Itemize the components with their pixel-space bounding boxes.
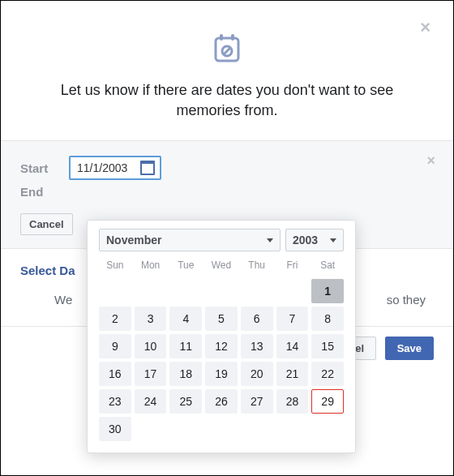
- calendar-day[interactable]: 17: [135, 362, 167, 386]
- calendar-day[interactable]: 1: [311, 279, 344, 303]
- calendar-day[interactable]: 7: [276, 307, 309, 331]
- calendar-day[interactable]: 25: [169, 389, 202, 414]
- calendar-day[interactable]: 5: [205, 307, 238, 331]
- calendar-day[interactable]: 18: [169, 362, 202, 386]
- select-dates-link[interactable]: Select Da: [20, 264, 75, 277]
- calendar-day[interactable]: 10: [135, 334, 167, 358]
- month-select-label: November: [106, 234, 161, 247]
- memories-date-filter-modal: × Let us know if there are dates you don…: [0, 0, 454, 476]
- calendar-grid: SunMonTueWedThuFriSat1234567891011121314…: [99, 256, 344, 441]
- calendar-day[interactable]: 20: [241, 362, 273, 386]
- calendar-dow-header: Sat: [311, 256, 344, 276]
- calendar-day[interactable]: 19: [205, 362, 238, 386]
- calendar-day[interactable]: 6: [241, 307, 273, 331]
- modal-header: Let us know if there are dates you don't…: [1, 1, 453, 140]
- calendar-dow-header: Mon: [135, 256, 167, 276]
- calendar-day[interactable]: 4: [169, 307, 202, 331]
- svg-rect-1: [220, 34, 223, 41]
- calendar-empty-cell: [169, 279, 202, 303]
- calendar-block-icon: [212, 33, 242, 67]
- calendar-day[interactable]: 24: [135, 389, 167, 414]
- subtext-left: We: [54, 293, 72, 307]
- calendar-day[interactable]: 15: [311, 334, 344, 358]
- calendar-empty-cell: [205, 279, 238, 303]
- chevron-down-icon: [330, 238, 336, 242]
- calendar-day[interactable]: 12: [205, 334, 238, 358]
- start-label: Start: [20, 161, 69, 175]
- calendar-dow-header: Tue: [169, 256, 202, 276]
- calendar-dow-header: Thu: [241, 256, 273, 276]
- calendar-day[interactable]: 11: [169, 334, 202, 358]
- modal-close-button[interactable]: ×: [420, 19, 430, 36]
- calendar-day[interactable]: 22: [311, 362, 344, 386]
- calendar-day[interactable]: 28: [276, 389, 309, 414]
- subtext-right: so they: [387, 293, 426, 307]
- start-date-input-wrap[interactable]: [69, 156, 161, 180]
- calendar-icon[interactable]: [140, 161, 155, 175]
- calendar-day[interactable]: 8: [311, 307, 344, 331]
- svg-line-4: [224, 48, 230, 54]
- date-picker-popover: November 2003 SunMonTueWedThuFriSat12345…: [87, 220, 356, 453]
- year-select-label: 2003: [293, 234, 318, 247]
- calendar-day[interactable]: 14: [276, 334, 309, 358]
- calendar-dow-header: Sun: [99, 256, 131, 276]
- modal-heading: Let us know if there are dates you don't…: [49, 80, 405, 121]
- calendar-day[interactable]: 9: [99, 334, 131, 358]
- calendar-day[interactable]: 23: [99, 389, 131, 414]
- calendar-day[interactable]: 3: [135, 307, 167, 331]
- start-date-input[interactable]: [75, 161, 140, 175]
- calendar-day[interactable]: 13: [241, 334, 273, 358]
- footer-save-button[interactable]: Save: [385, 337, 434, 360]
- end-date-row: End: [20, 185, 434, 199]
- chevron-down-icon: [267, 238, 273, 242]
- calendar-day[interactable]: 26: [205, 389, 238, 414]
- calendar-day[interactable]: 29: [311, 389, 344, 414]
- range-remove-button[interactable]: ×: [426, 152, 435, 169]
- start-date-row: Start: [20, 156, 434, 180]
- calendar-day[interactable]: 16: [99, 362, 131, 386]
- calendar-empty-cell: [276, 279, 309, 303]
- calendar-dow-header: Fri: [276, 256, 309, 276]
- year-select[interactable]: 2003: [285, 229, 344, 251]
- calendar-empty-cell: [99, 279, 131, 303]
- calendar-controls: November 2003: [99, 229, 344, 251]
- svg-rect-2: [231, 34, 234, 41]
- calendar-empty-cell: [135, 279, 167, 303]
- calendar-day[interactable]: 27: [241, 389, 273, 414]
- calendar-day[interactable]: 30: [99, 417, 131, 441]
- month-select[interactable]: November: [99, 229, 281, 251]
- end-label: End: [20, 185, 69, 199]
- calendar-empty-cell: [241, 279, 273, 303]
- range-cancel-button[interactable]: Cancel: [20, 213, 73, 235]
- calendar-day[interactable]: 2: [99, 307, 131, 331]
- calendar-day[interactable]: 21: [276, 362, 309, 386]
- calendar-dow-header: Wed: [205, 256, 238, 276]
